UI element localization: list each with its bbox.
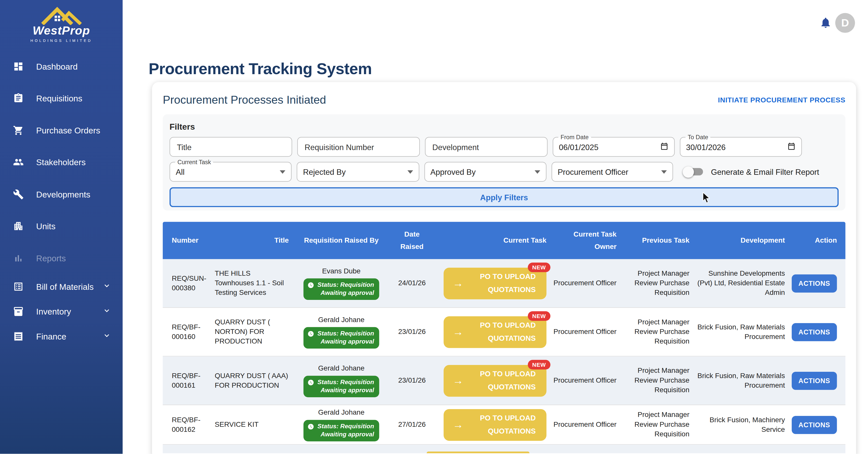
sidebar-item-label: Bill of Materials <box>36 282 102 291</box>
calendar-icon[interactable] <box>660 142 669 152</box>
cell-development: Brick Fusion, Raw Materials Procurement <box>692 308 788 356</box>
cell-task-owner: Procurement Officer <box>551 405 620 444</box>
brand-logo: WestProp HOLDINGS LIMITED <box>0 0 123 45</box>
requisition-number-input[interactable] <box>304 142 413 152</box>
current-task-button[interactable]: → PO TO UPLOAD QUOTATIONS NEW <box>443 365 546 397</box>
current-task-label: PO TO UPLOAD QUOTATIONS <box>463 412 543 437</box>
clock-icon <box>307 423 314 430</box>
title-filter-input[interactable] <box>176 142 286 152</box>
to-date-field[interactable]: To Date 30/01/2026 <box>680 137 802 157</box>
report-toggle[interactable]: Generate & Email Filter Report <box>678 162 839 182</box>
sidebar-item-units[interactable]: Units <box>0 210 123 242</box>
building-icon <box>13 221 24 232</box>
sidebar-item-requisitions[interactable]: Requisitions <box>0 82 123 114</box>
calendar-icon[interactable] <box>787 142 796 152</box>
current-task-value: All <box>176 167 277 176</box>
cell-current-task: → PO TO UPLOAD QUOTATIONS NEW <box>431 308 551 356</box>
cell-previous-task: Project Manager Review Purchase Requisit… <box>620 405 692 444</box>
from-date-field[interactable]: From Date 06/01/2025 <box>553 137 675 157</box>
card-title: Procurement Processes Initiated <box>163 93 326 107</box>
column-header-date-raised: Date Raised <box>393 222 431 259</box>
clock-icon <box>307 282 314 289</box>
sidebar-item-label: Dashboard <box>36 61 123 71</box>
status-badge: Status: Requisition Awaiting approval <box>304 376 379 397</box>
inventory-box-icon <box>13 306 24 317</box>
sidebar-item-label: Inventory <box>36 307 102 316</box>
procurement-officer-value: Procurement Officer <box>558 167 658 176</box>
actions-button[interactable]: ACTIONS <box>792 371 837 390</box>
column-header-action: Action <box>788 222 846 259</box>
rejected-by-select[interactable]: Rejected By <box>297 162 419 182</box>
sidebar-item-label: Purchase Orders <box>36 125 123 135</box>
current-task-button[interactable]: → PO TO UPLOAD QUOTATIONS NEW <box>443 316 546 348</box>
current-task-label: PO TO UPLOAD QUOTATIONS <box>463 271 543 296</box>
cell-number: REQ/BF-000161 <box>163 357 214 404</box>
sidebar-item-label: Developments <box>36 190 123 199</box>
status-badge: Status: Requisition Awaiting approval <box>304 279 379 300</box>
arrow-right-icon: → <box>447 375 463 386</box>
cell-task-owner: Procurement Officer <box>551 357 620 404</box>
avatar[interactable]: D <box>835 13 855 33</box>
toggle-track[interactable] <box>685 168 703 175</box>
current-task-button[interactable]: → PO TO UPLOAD QUOTATIONS <box>443 409 546 441</box>
actions-button[interactable]: ACTIONS <box>792 323 837 341</box>
sidebar-item-finance[interactable]: Finance <box>0 324 123 349</box>
current-task-label: PO TO UPLOAD QUOTATIONS <box>463 368 543 394</box>
chevron-down-icon <box>102 281 111 292</box>
brand-name: WestProp <box>0 24 123 37</box>
clock-icon <box>307 331 314 338</box>
arrow-right-icon: → <box>447 419 463 430</box>
report-toggle-label: Generate & Email Filter Report <box>711 167 819 176</box>
column-header-previous-task: Previous Task <box>620 222 692 259</box>
current-task-button[interactable]: → PO TO UPLOAD QUOTATIONS NEW <box>443 267 546 299</box>
procurement-officer-select[interactable]: Procurement Officer <box>551 162 673 182</box>
to-date-value: 30/01/2026 <box>686 142 787 151</box>
actions-button[interactable]: ACTIONS <box>792 416 837 434</box>
raised-by-name: Gerald Johane <box>318 408 365 418</box>
sidebar-item-developments[interactable]: Developments <box>0 178 123 210</box>
new-badge: NEW <box>528 360 550 369</box>
procurement-card: Procurement Processes Initiated INITIATE… <box>152 82 856 454</box>
wrench-icon <box>13 189 24 200</box>
raised-by-name: Evans Dube <box>322 266 361 276</box>
sidebar-item-purchase-orders[interactable]: Purchase Orders <box>0 114 123 146</box>
column-header-raised-by: Requisition Raised By <box>290 222 393 259</box>
page-title: Procurement Tracking System <box>149 60 372 78</box>
from-date-value: 06/01/2025 <box>559 142 660 151</box>
new-badge: NEW <box>528 311 550 320</box>
clock-icon <box>307 379 314 386</box>
sidebar-item-stakeholders[interactable]: Stakeholders <box>0 146 123 178</box>
cell-number: REQ/SUN-000380 <box>163 259 214 308</box>
actions-button[interactable]: ACTIONS <box>792 274 837 292</box>
cell-date-raised: 23/01/26 <box>393 357 431 404</box>
app-viewport: WestProp HOLDINGS LIMITED Dashboard Requ… <box>0 0 868 454</box>
cell-title: QUARRY DUST ( NORTON) FOR PRODUCTION <box>214 308 290 356</box>
notification-bell-icon[interactable] <box>819 17 832 29</box>
requisition-number-field <box>297 137 420 157</box>
avatar-initial: D <box>841 17 849 29</box>
table-row-partial <box>163 445 845 453</box>
cell-title: QUARRY DUST ( AAA) FOR PRODUCTION <box>214 357 290 404</box>
column-header-number: Number <box>163 222 214 259</box>
toggle-knob[interactable] <box>683 166 694 177</box>
initiate-procurement-link[interactable]: INITIATE PROCUREMENT PROCESS <box>718 96 845 104</box>
sidebar-item-bill-of-materials[interactable]: Bill of Materials <box>0 274 123 299</box>
roof-logo-icon <box>39 5 83 25</box>
sidebar-item-dashboard[interactable]: Dashboard <box>0 51 123 83</box>
cell-development: Brick Fusion, Machinery Service <box>692 405 788 444</box>
approved-by-select[interactable]: Approved By <box>424 162 546 182</box>
new-badge: NEW <box>528 262 550 272</box>
cell-number: REQ/BF-000160 <box>163 308 214 356</box>
cell-raised-by: Gerald Johane Status: Requisition Awaiti… <box>290 308 393 356</box>
cell-raised-by: Gerald Johane Status: Requisition Awaiti… <box>290 405 393 444</box>
sidebar-item-reports[interactable]: Reports <box>0 242 123 274</box>
current-task-select[interactable]: Current Task All <box>169 162 292 182</box>
dropdown-arrow-icon <box>534 170 540 173</box>
development-input[interactable] <box>431 142 541 152</box>
cell-current-task: → PO TO UPLOAD QUOTATIONS NEW <box>431 259 551 308</box>
apply-filters-button[interactable]: Apply Filters <box>169 188 839 207</box>
status-text: Status: Requisition Awaiting approval <box>314 422 374 438</box>
sidebar-item-inventory[interactable]: Inventory <box>0 299 123 324</box>
column-header-title: Title <box>214 222 290 259</box>
receipt-icon <box>13 331 24 342</box>
